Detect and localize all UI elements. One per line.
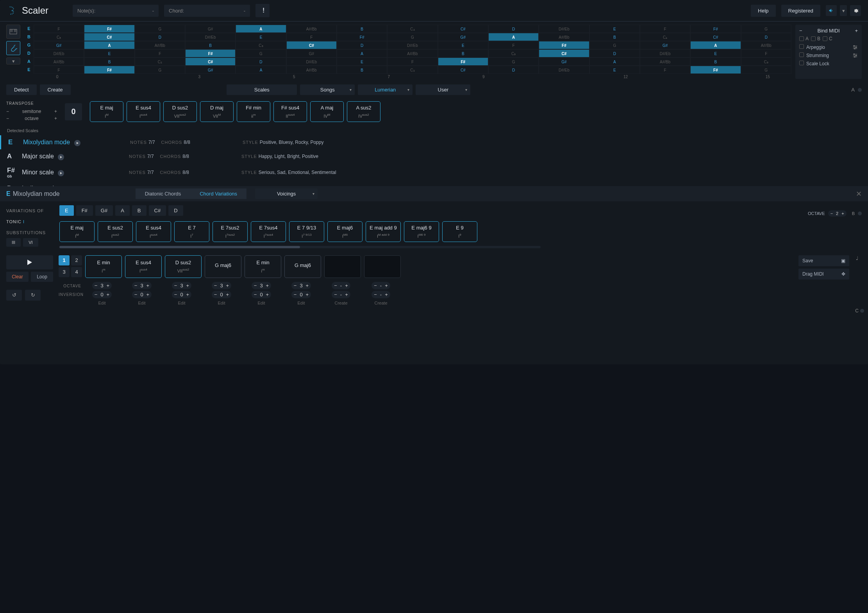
note-pill[interactable]: B: [132, 205, 146, 216]
inversion-stepper[interactable]: −0+: [252, 291, 271, 298]
octave-stepper[interactable]: −3+: [172, 282, 191, 289]
plus-icon[interactable]: +: [855, 28, 858, 34]
edit-label[interactable]: Create: [334, 301, 347, 305]
fret-cell[interactable]: G: [488, 57, 539, 66]
fret-cell[interactable]: D: [741, 33, 791, 41]
help-button[interactable]: Help: [751, 5, 775, 17]
note-pill[interactable]: C#: [149, 205, 166, 216]
scale-row[interactable]: AMajor scale NOTES7/7CHORDS8/8STYLEHappy…: [0, 149, 868, 163]
fret-cell[interactable]: A: [236, 66, 286, 74]
page-button[interactable]: 2: [71, 255, 82, 265]
fret-cell[interactable]: B: [337, 25, 387, 33]
substitution-button[interactable]: III: [6, 238, 21, 247]
minus-icon[interactable]: −: [799, 28, 802, 34]
note-pill[interactable]: D: [168, 205, 183, 216]
variation-pad[interactable]: E maj6IM6: [327, 221, 363, 242]
pad-slot[interactable]: E minim: [245, 255, 281, 278]
fret-cell[interactable]: G: [236, 49, 286, 57]
inversion-stepper[interactable]: −-+: [371, 291, 390, 298]
variation-pad[interactable]: E 7sus2I7sus2: [213, 221, 248, 242]
registered-button[interactable]: Registered: [781, 5, 820, 17]
fret-cell[interactable]: F: [640, 66, 690, 74]
play-scale-icon[interactable]: [58, 154, 64, 160]
fret-cell[interactable]: A#/Bb: [539, 33, 589, 41]
pad-slot[interactable]: [324, 255, 361, 278]
fret-cell[interactable]: F: [741, 49, 791, 57]
inversion-stepper[interactable]: −0+: [92, 291, 112, 298]
fret-cell[interactable]: F#: [84, 66, 134, 74]
fret-cell[interactable]: A: [690, 41, 741, 49]
chord-pad[interactable]: E sus4Isus4: [127, 101, 160, 122]
alert-button[interactable]: !: [255, 4, 270, 17]
guitar-view-button[interactable]: [6, 41, 20, 55]
fret-cell[interactable]: F#: [690, 66, 741, 74]
fret-cell[interactable]: B: [337, 66, 387, 74]
voicings-dropdown[interactable]: Voicings▾: [255, 188, 318, 199]
fret-cell[interactable]: D: [589, 49, 640, 57]
fret-cell[interactable]: B: [185, 41, 236, 49]
edit-label[interactable]: Edit: [178, 301, 186, 305]
fret-cell[interactable]: A: [589, 57, 640, 66]
close-icon[interactable]: ✕: [856, 190, 862, 198]
substitution-button[interactable]: VI: [23, 238, 38, 247]
pad-slot[interactable]: G maj6: [284, 255, 321, 278]
fret-cell[interactable]: D: [236, 57, 286, 66]
variation-pad[interactable]: E majIM: [59, 221, 95, 242]
pad-slot[interactable]: G maj6: [205, 255, 241, 278]
fret-cell[interactable]: F: [488, 41, 539, 49]
note-pill[interactable]: E: [59, 205, 74, 216]
fret-cell[interactable]: D: [488, 25, 539, 33]
octave-stepper[interactable]: −-+: [371, 282, 390, 289]
drag-midi-button[interactable]: Drag MIDI✥: [798, 269, 849, 280]
fret-cell[interactable]: G#: [34, 41, 84, 49]
transpose-value[interactable]: 0: [65, 103, 82, 120]
scalelock-checkbox[interactable]: [799, 61, 804, 65]
fret-cell[interactable]: A: [488, 33, 539, 41]
inversion-stepper[interactable]: −-+: [332, 291, 350, 298]
fret-cell[interactable]: A#/Bb: [135, 41, 185, 49]
fret-cell[interactable]: A#/Bb: [387, 49, 438, 57]
fretboard-dropdown[interactable]: ▾: [6, 57, 20, 65]
strumming-checkbox[interactable]: [799, 52, 804, 57]
fret-cell[interactable]: C#: [185, 57, 236, 66]
fret-cell[interactable]: G: [589, 41, 640, 49]
arpeggio-checkbox[interactable]: [799, 44, 804, 49]
chord-pad[interactable]: E majIM: [90, 101, 123, 122]
note-pill[interactable]: A: [115, 205, 130, 216]
fret-cell[interactable]: G: [387, 33, 438, 41]
octave-stepper[interactable]: −2+: [828, 210, 847, 217]
chord-pad[interactable]: F# sus4IIsus4: [273, 101, 307, 122]
variation-pad[interactable]: E 7I7: [174, 221, 209, 242]
fret-cell[interactable]: G: [741, 66, 791, 74]
fret-cell[interactable]: C₂: [387, 66, 438, 74]
clear-button[interactable]: Clear: [6, 272, 29, 282]
fret-cell[interactable]: D#/Eb: [286, 57, 337, 66]
fret-cell[interactable]: F#: [84, 25, 134, 33]
variation-pad[interactable]: E sus2Isus2: [98, 221, 133, 242]
fret-cell[interactable]: C₂: [135, 57, 185, 66]
section-dot[interactable]: [858, 88, 862, 92]
chord-pad[interactable]: A majIVM: [310, 101, 344, 122]
settings-icon[interactable]: [850, 5, 861, 16]
edit-label[interactable]: Edit: [218, 301, 225, 305]
fret-cell[interactable]: F#: [438, 57, 488, 66]
chord-pad[interactable]: D sus2VIIsus2: [163, 101, 197, 122]
fret-cell[interactable]: B: [589, 33, 640, 41]
fret-cell[interactable]: C#: [539, 49, 589, 57]
dropdown-icon[interactable]: ▾: [840, 5, 847, 16]
fret-cell[interactable]: G: [135, 66, 185, 74]
note-pill[interactable]: F#: [76, 205, 93, 216]
fret-cell[interactable]: F#: [690, 25, 741, 33]
fret-cell[interactable]: C#: [690, 33, 741, 41]
fret-cell[interactable]: G#: [286, 49, 337, 57]
fret-cell[interactable]: C#: [438, 66, 488, 74]
inversion-stepper[interactable]: −0+: [172, 291, 191, 298]
fret-cell[interactable]: A: [337, 49, 387, 57]
fret-cell[interactable]: F: [286, 33, 337, 41]
fret-cell[interactable]: E: [84, 49, 134, 57]
sliders-icon[interactable]: [852, 45, 858, 50]
edit-label[interactable]: Edit: [138, 301, 146, 305]
variation-pad[interactable]: E 7 9/13I7 9/13: [289, 221, 324, 242]
fret-cell[interactable]: G#: [185, 25, 236, 33]
fret-cell[interactable]: A#/Bb: [286, 25, 337, 33]
